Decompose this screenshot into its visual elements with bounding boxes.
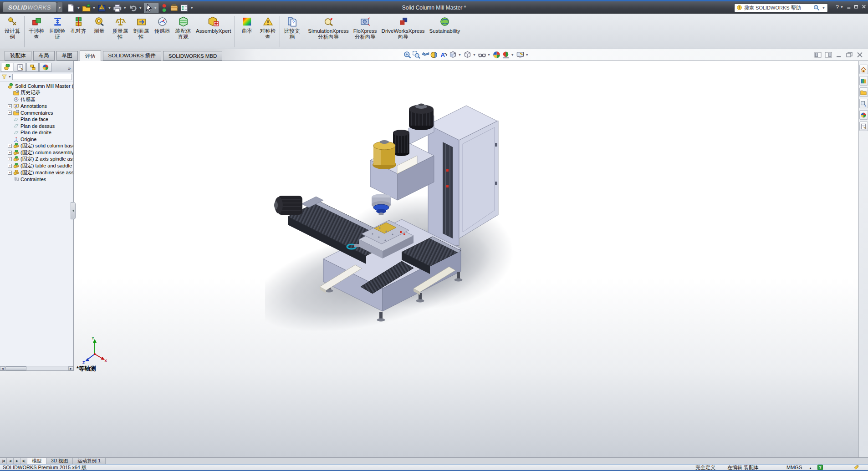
tree-item-table-saddle[interactable]: +(固定) table and saddle a (1, 162, 73, 169)
doc-minimize-icon[interactable] (835, 52, 842, 58)
split-pane-left-icon[interactable] (814, 52, 822, 58)
tab-layout[interactable]: 布局 (33, 51, 55, 61)
options-dropdown-icon[interactable]: ▼ (190, 6, 194, 10)
tree-item-machine-vise[interactable]: +(固定) machine vise assy< (1, 169, 73, 176)
tags-icon[interactable] (853, 465, 859, 470)
ribbon-item-sustainability[interactable]: Sustainability (427, 15, 463, 49)
select-tool-button[interactable]: ▼ (144, 3, 158, 13)
ribbon-item-compare-documents[interactable]: ?比较文 档 (281, 15, 302, 49)
tree-item-comments[interactable]: +Commentaires (1, 109, 73, 116)
task-pane-appearances-button[interactable] (859, 110, 868, 120)
ribbon-item-interference-check[interactable]: 干涉检 查 (26, 15, 47, 49)
doc-close-icon[interactable] (856, 52, 863, 58)
ribbon-item-hole-alignment[interactable]: 孔对齐 (68, 15, 89, 49)
tree-item-z-axis-spindle[interactable]: +(固定) Z axis spindle asse (1, 156, 73, 163)
panel-splitter-handle[interactable] (71, 202, 76, 219)
select-dropdown-icon[interactable]: ▼ (154, 6, 157, 10)
ribbon-item-driveworksxpress[interactable]: DriveWorksXpress 向导 (379, 15, 427, 49)
tab-assembly[interactable]: 装配体 (5, 51, 31, 61)
tab-model[interactable]: 模型 (27, 458, 46, 464)
panel-tabs-overflow[interactable]: » (68, 66, 73, 72)
task-pane-resources-button[interactable] (859, 65, 868, 74)
zoom-to-fit-icon[interactable] (403, 51, 412, 59)
tab-scroll-last-icon[interactable]: ▶| (20, 458, 27, 464)
ribbon-item-section-properties[interactable]: 剖面属 性 (131, 15, 152, 49)
expand-icon[interactable]: + (8, 157, 12, 161)
hide-show-items-icon[interactable] (478, 51, 486, 59)
expand-icon[interactable]: + (8, 111, 12, 115)
tree-root[interactable]: Solid Column Mill Master (D (1, 83, 73, 90)
scroll-right-icon[interactable]: ▶ (68, 366, 73, 370)
help-dropdown-icon[interactable]: ▼ (840, 5, 843, 9)
tab-solidworks-mbd[interactable]: SOLIDWORKS MBD (163, 51, 223, 61)
expand-icon[interactable]: + (8, 171, 12, 175)
save-dropdown-icon[interactable]: ▼ (108, 6, 111, 10)
tree-item-origin[interactable]: Origine (1, 136, 73, 143)
search-icon[interactable] (813, 5, 820, 11)
panel-horizontal-scrollbar[interactable]: ◀ ▶ (0, 366, 73, 370)
task-pane-custom-properties-button[interactable] (859, 122, 868, 131)
quick-tips-icon[interactable]: ? (817, 465, 823, 470)
ribbon-item-assembly-visualization[interactable]: 装配体 直观 (173, 15, 194, 49)
filter-funnel-icon[interactable] (1, 74, 7, 80)
save-icon[interactable]: A (97, 4, 106, 12)
rebuild-icon[interactable] (160, 4, 168, 12)
apply-scene-icon[interactable] (501, 51, 510, 59)
view-settings-icon[interactable] (516, 51, 525, 59)
tab-configuration-manager[interactable] (26, 63, 39, 72)
restore-button[interactable] (854, 4, 859, 9)
tree-item-front-plane[interactable]: Plan de face (1, 116, 73, 123)
display-style-dropdown-icon[interactable]: ▼ (473, 53, 476, 56)
view-settings-dropdown-icon[interactable]: ▼ (526, 53, 529, 56)
filter-input[interactable] (12, 74, 72, 80)
tab-scroll-first-icon[interactable]: |◀ (0, 458, 7, 464)
split-pane-right-icon[interactable] (825, 52, 832, 58)
tab-scroll-prev-icon[interactable]: ◀ (7, 458, 14, 464)
tree-item-mates[interactable]: Contraintes (1, 176, 73, 182)
new-document-icon[interactable] (66, 4, 75, 12)
tab-evaluate[interactable]: 评估 (80, 51, 101, 61)
ribbon-item-clearance-verify[interactable]: 间隙验 证 (47, 15, 68, 49)
tab-display-manager[interactable] (39, 63, 51, 72)
search-dropdown-icon[interactable]: ▼ (822, 6, 825, 10)
expand-icon[interactable]: + (8, 164, 12, 168)
help-button[interactable]: ? (836, 4, 839, 10)
expand-icon[interactable]: + (8, 151, 12, 155)
apply-scene-dropdown-icon[interactable]: ▼ (511, 53, 514, 56)
doc-restore-icon[interactable] (846, 52, 853, 58)
tree-item-history[interactable]: 历史记录 (1, 90, 73, 96)
ribbon-item-assemblyxpert[interactable]: AssemblyXpert (194, 15, 233, 49)
ribbon-item-measure[interactable]: 测量 (89, 15, 110, 49)
expand-icon[interactable]: + (8, 104, 12, 108)
print-dropdown-icon[interactable]: ▼ (123, 6, 127, 10)
tab-feature-tree[interactable] (1, 63, 13, 72)
view-orientation-dropdown-icon[interactable]: ▼ (458, 53, 461, 56)
ribbon-item-sensors[interactable]: 传感器 (152, 15, 173, 49)
display-style-icon[interactable] (463, 51, 472, 59)
open-dropdown-icon[interactable]: ▼ (92, 6, 96, 10)
search-help-box[interactable]: ? 搜索 SOLIDWORKS 帮助 ▼ (734, 3, 828, 12)
open-icon[interactable] (82, 4, 91, 12)
minimize-button[interactable] (847, 4, 852, 9)
hide-show-dropdown-icon[interactable]: ▼ (487, 53, 490, 56)
previous-view-icon[interactable] (421, 51, 430, 59)
print-icon[interactable] (113, 4, 122, 12)
graphics-area[interactable]: Y X Z *等轴测 » ▼ Solid C (0, 61, 868, 457)
expand-icon[interactable]: + (8, 144, 12, 148)
ribbon-item-symmetry-check[interactable]: 对称检 查 (257, 15, 278, 49)
tree-item-top-plane[interactable]: Plan de dessus (1, 123, 73, 130)
task-pane-design-library-button[interactable] (859, 76, 868, 86)
units-dropdown-icon[interactable]: ▲ (809, 466, 812, 471)
new-dropdown-icon[interactable]: ▼ (77, 6, 80, 10)
ribbon-item-mass-properties[interactable]: 质量属 性 (110, 15, 131, 49)
edit-appearance-icon[interactable] (170, 4, 179, 12)
undo-dropdown-icon[interactable]: ▼ (139, 6, 142, 10)
options-icon[interactable] (180, 4, 189, 12)
tab-scroll-next-icon[interactable]: ▶ (14, 458, 20, 464)
section-view-icon[interactable] (430, 51, 439, 59)
ribbon-item-design-study[interactable]: 设计算 例 (2, 15, 23, 49)
ribbon-item-floxpress[interactable]: FloXpress 分析向导 (351, 15, 379, 49)
close-button[interactable] (861, 4, 867, 9)
tree-item-sensors[interactable]: 传感器 (1, 96, 73, 103)
ribbon-item-simulationxpress[interactable]: SimulationXpress 分析向导 (306, 15, 351, 49)
